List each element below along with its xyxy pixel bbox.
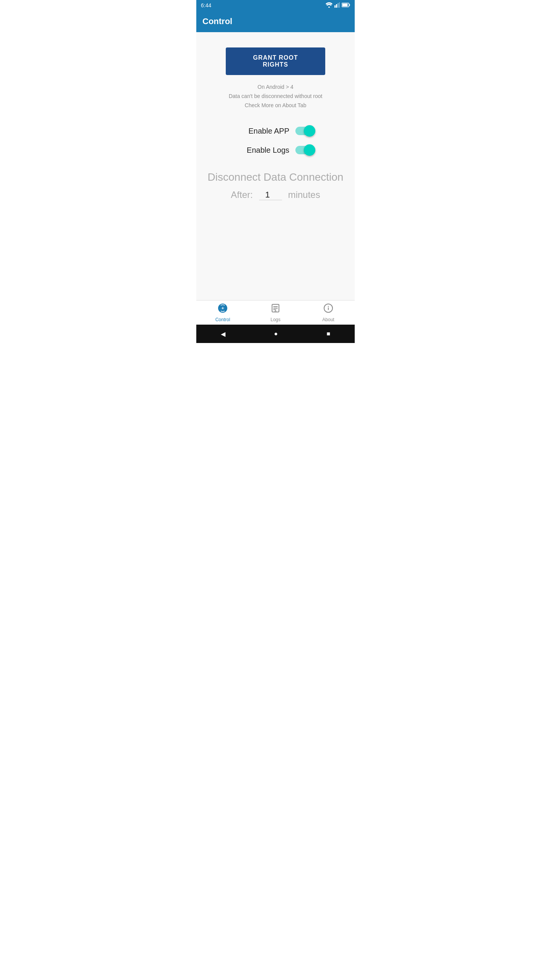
bottom-nav: Control Logs About xyxy=(196,300,355,325)
svg-point-14 xyxy=(328,306,329,307)
svg-rect-4 xyxy=(339,2,340,8)
svg-rect-10 xyxy=(273,308,278,309)
svg-rect-9 xyxy=(273,306,278,307)
info-line2: Data can't be disconnected without root xyxy=(229,92,323,101)
svg-rect-2 xyxy=(336,4,337,8)
enable-app-toggle[interactable] xyxy=(295,125,315,137)
status-time: 6:44 xyxy=(201,2,211,8)
info-line1: On Android > 4 xyxy=(229,83,323,92)
disconnect-section: Disconnect Data Connection After: minute… xyxy=(204,171,347,200)
about-icon xyxy=(323,303,333,315)
minutes-label: minutes xyxy=(288,189,320,200)
nav-logs-label: Logs xyxy=(271,317,280,322)
svg-rect-13 xyxy=(328,307,329,310)
info-line3: Check More on About Tab xyxy=(229,101,323,110)
enable-logs-toggle[interactable] xyxy=(295,144,315,156)
enable-app-label: Enable APP xyxy=(236,127,289,136)
toggle-thumb xyxy=(304,125,315,137)
nav-logs[interactable]: Logs xyxy=(249,300,302,325)
control-icon xyxy=(218,303,228,315)
main-content: GRANT ROOT RIGHTS On Android > 4 Data ca… xyxy=(196,32,355,300)
status-bar: 6:44 xyxy=(196,0,355,11)
back-button[interactable]: ◀ xyxy=(221,330,225,338)
recents-button[interactable]: ■ xyxy=(327,330,331,337)
grant-root-rights-button[interactable]: GRANT ROOT RIGHTS xyxy=(226,47,325,75)
after-label: After: xyxy=(231,189,253,200)
logs-icon xyxy=(271,303,280,315)
after-row: After: minutes xyxy=(231,189,320,200)
svg-rect-11 xyxy=(273,309,276,310)
disconnect-title: Disconnect Data Connection xyxy=(208,171,344,183)
svg-rect-7 xyxy=(342,3,348,6)
svg-point-0 xyxy=(328,7,330,8)
svg-rect-1 xyxy=(334,5,336,8)
nav-about-label: About xyxy=(322,317,334,322)
toggle-section: Enable APP Enable Logs xyxy=(204,125,347,156)
app-title: Control xyxy=(202,16,232,26)
app-bar: Control xyxy=(196,11,355,32)
info-text: On Android > 4 Data can't be disconnecte… xyxy=(229,83,323,110)
nav-control-label: Control xyxy=(215,317,230,322)
enable-app-row: Enable APP xyxy=(212,125,339,137)
signal-icon xyxy=(334,2,340,9)
enable-logs-label: Enable Logs xyxy=(236,146,289,155)
svg-rect-3 xyxy=(337,3,339,8)
svg-rect-6 xyxy=(349,4,350,6)
battery-icon xyxy=(342,3,350,8)
system-nav: ◀ ● ■ xyxy=(196,325,355,343)
nav-control[interactable]: Control xyxy=(196,300,249,325)
home-button[interactable]: ● xyxy=(274,330,278,337)
enable-logs-row: Enable Logs xyxy=(212,144,339,156)
toggle-thumb-logs xyxy=(304,144,315,156)
wifi-icon xyxy=(326,2,333,9)
minutes-input[interactable] xyxy=(259,190,282,200)
nav-about[interactable]: About xyxy=(302,300,355,325)
status-icons xyxy=(326,2,350,9)
